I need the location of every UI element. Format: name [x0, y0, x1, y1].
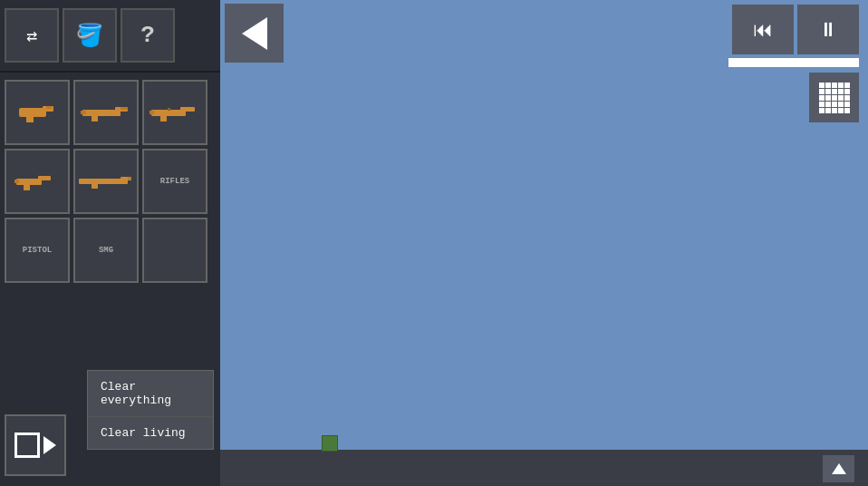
svg-rect-11: [160, 116, 167, 122]
item-slot-9[interactable]: [142, 218, 207, 283]
arrow-left-icon: [242, 17, 267, 50]
rifle-icon: [81, 103, 131, 122]
svg-rect-13: [168, 108, 170, 111]
longrifle-icon: [79, 174, 133, 189]
item-label-8: SMG: [99, 246, 113, 255]
item-slot-4[interactable]: [5, 149, 70, 214]
svg-rect-12: [149, 111, 154, 114]
back-button[interactable]: [225, 4, 284, 63]
exit-arrow-icon: [43, 436, 56, 454]
svg-rect-18: [79, 179, 128, 184]
smg-icon: [14, 172, 60, 190]
svg-rect-10: [180, 107, 195, 112]
arrow-up-icon: [832, 463, 846, 474]
grid-toggle-button[interactable]: [809, 73, 859, 122]
swap-tool-button[interactable]: ⇄: [5, 8, 59, 63]
svg-rect-0: [19, 108, 46, 117]
carry-icon: 🪣: [76, 23, 103, 49]
svg-rect-20: [92, 184, 98, 189]
exit-button[interactable]: [5, 414, 66, 476]
item-slot-7[interactable]: PISTOL: [5, 218, 70, 283]
clear-everything-button[interactable]: Clear everything: [88, 371, 213, 417]
question-icon: ?: [140, 22, 155, 49]
item-slot-6[interactable]: RIFLES: [142, 149, 207, 214]
sidebar: ⇄ 🪣 ?: [0, 0, 220, 486]
pistol-icon: [17, 102, 57, 122]
item-slot-3[interactable]: [142, 80, 207, 145]
svg-rect-16: [24, 185, 30, 190]
grid-icon: [819, 83, 850, 113]
clear-living-button[interactable]: Clear living: [88, 417, 213, 449]
upload-icon[interactable]: [823, 455, 854, 482]
pause-button[interactable]: ⏸: [797, 5, 859, 54]
svg-rect-8: [121, 107, 128, 110]
item-label-6: RIFLES: [160, 177, 189, 186]
item-slot-1[interactable]: [5, 80, 70, 145]
swap-icon: ⇄: [26, 24, 37, 47]
rifle2-icon: [149, 103, 200, 122]
item-label-7: PISTOL: [23, 246, 52, 255]
svg-rect-15: [38, 176, 51, 180]
top-right-controls: ⏮ ⏸: [728, 5, 859, 67]
bottom-left-area: Clear everything Clear living: [0, 404, 220, 486]
exit-icon: [14, 433, 56, 458]
svg-rect-2: [26, 117, 34, 122]
svg-rect-6: [92, 116, 98, 122]
rewind-button[interactable]: ⏮: [732, 5, 794, 54]
bottom-bar: [220, 450, 868, 486]
toolbar: ⇄ 🪣 ?: [0, 0, 220, 73]
help-tool-button[interactable]: ?: [121, 8, 175, 63]
item-slot-2[interactable]: [73, 80, 139, 145]
door-icon: [14, 433, 40, 458]
item-slot-5[interactable]: [73, 149, 139, 214]
playback-controls: ⏮ ⏸: [732, 5, 859, 54]
svg-rect-4: [82, 110, 121, 116]
player-character: [322, 435, 338, 452]
progress-bar: [728, 58, 859, 67]
item-slot-8[interactable]: SMG: [73, 218, 139, 283]
context-menu: Clear everything Clear living: [87, 370, 214, 450]
carry-tool-button[interactable]: 🪣: [63, 8, 117, 63]
game-area: [220, 0, 868, 450]
svg-rect-21: [128, 177, 131, 180]
svg-rect-17: [14, 180, 19, 183]
item-grid: RIFLES PISTOL SMG: [5, 80, 215, 283]
svg-rect-3: [46, 106, 52, 109]
svg-rect-14: [16, 179, 42, 185]
svg-rect-7: [81, 111, 86, 114]
